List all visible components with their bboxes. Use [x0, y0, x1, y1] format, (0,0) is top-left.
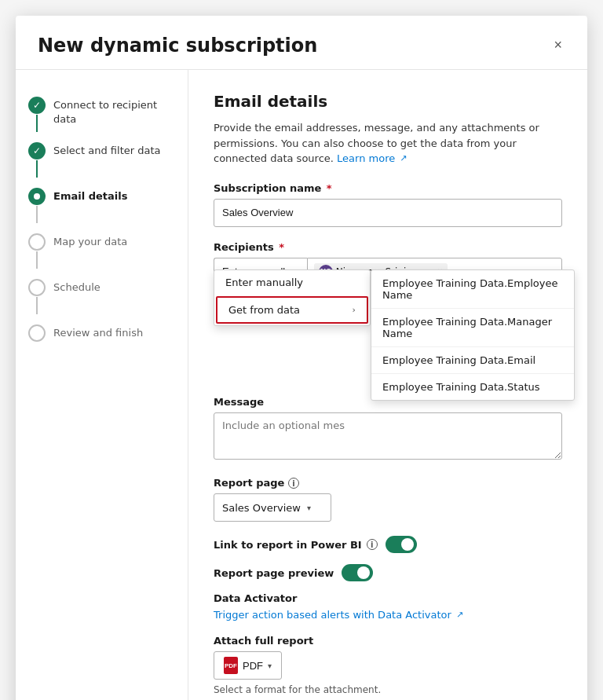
- message-textarea[interactable]: [214, 412, 562, 460]
- step-review: Review and finish: [28, 320, 175, 346]
- sub-item-email[interactable]: Employee Training Data.Email: [371, 347, 574, 374]
- data-activator-label: Data Activator: [214, 592, 562, 604]
- subscription-name-group: Subscription name *: [214, 182, 562, 227]
- link-to-report-row: Link to report in Power BI i: [214, 536, 562, 553]
- step-email-connector: [28, 188, 46, 224]
- step-select-label: Select and filter data: [53, 142, 160, 158]
- link-to-report-info-icon[interactable]: i: [367, 539, 378, 550]
- pdf-format-button[interactable]: PDF PDF ▾: [214, 651, 282, 680]
- step-connect-connector: ✓: [28, 97, 46, 133]
- step-review-connector: [28, 324, 46, 342]
- recipients-dropdown-menu: Enter manually Get from data ›: [214, 269, 371, 326]
- data-activator-link-text: Trigger action based alerts with Data Ac…: [214, 609, 451, 621]
- report-page-select[interactable]: Sales Overview ▾: [214, 493, 331, 522]
- step-schedule-line: [36, 297, 38, 314]
- subscription-name-label: Subscription name *: [214, 182, 562, 194]
- link-to-report-label-wrap: Link to report in Power BI i: [214, 539, 378, 551]
- step-connect-label: Connect to recipient data: [53, 97, 175, 126]
- pdf-chevron-icon: ▾: [268, 662, 272, 670]
- pdf-icon: PDF: [224, 657, 238, 674]
- recipients-sub-dropdown: Employee Training Data.Employee Name Emp…: [371, 269, 575, 401]
- learn-more-link[interactable]: Learn more ↗: [337, 152, 407, 164]
- attach-row: PDF PDF ▾: [214, 651, 562, 680]
- email-details-desc: Provide the email addresses, message, an…: [214, 120, 562, 167]
- step-map-connector: [28, 233, 46, 269]
- step-email-label: Email details: [53, 188, 127, 203]
- report-page-preview-label: Report page preview: [214, 567, 334, 579]
- modal-title: New dynamic subscription: [38, 35, 317, 57]
- data-activator-group: Data Activator Trigger action based aler…: [214, 592, 562, 621]
- link-to-report-label: Link to report in Power BI: [214, 539, 362, 551]
- step-connect: ✓ Connect to recipient data: [28, 92, 175, 137]
- sub-item-employee-name[interactable]: Employee Training Data.Employee Name: [371, 270, 574, 309]
- report-page-preview-label-wrap: Report page preview: [214, 567, 334, 579]
- step-connect-line: [36, 115, 38, 132]
- step-select-connector: ✓: [28, 142, 46, 178]
- step-review-label: Review and finish: [53, 324, 143, 340]
- dropdown-item-enter-manually[interactable]: Enter manually: [214, 270, 370, 295]
- step-select-circle: ✓: [28, 142, 46, 159]
- sidebar: ✓ Connect to recipient data ✓ Select and…: [16, 70, 188, 700]
- step-schedule: Schedule: [28, 274, 175, 320]
- step-connect-circle: ✓: [28, 97, 46, 114]
- step-select: ✓ Select and filter data: [28, 137, 175, 183]
- report-page-preview-toggle[interactable]: [342, 564, 373, 581]
- report-page-label: Report page i: [214, 477, 562, 489]
- external-link-icon: ↗: [400, 153, 407, 163]
- sub-item-manager-name[interactable]: Employee Training Data.Manager Name: [371, 309, 574, 347]
- step-map-circle: [28, 233, 46, 251]
- subscription-name-input[interactable]: [214, 199, 562, 227]
- sub-item-status[interactable]: Employee Training Data.Status: [371, 374, 574, 400]
- step-schedule-circle: [28, 279, 46, 296]
- required-star: *: [327, 182, 332, 194]
- step-email-dot: [34, 193, 40, 200]
- submenu-chevron-icon: ›: [353, 305, 356, 315]
- step-select-line: [36, 160, 38, 178]
- recipients-group: Recipients * Enter manually ▾ NS Nirupam…: [214, 241, 562, 286]
- step-email-circle: [28, 188, 46, 205]
- step-map: Map your data: [28, 229, 175, 274]
- step-review-circle: [28, 324, 46, 342]
- close-button[interactable]: ×: [550, 35, 565, 55]
- email-details-title: Email details: [214, 92, 562, 111]
- recipients-label: Recipients *: [214, 241, 562, 253]
- step-email: Email details: [28, 183, 175, 229]
- link-to-report-slider: [386, 536, 417, 553]
- step-map-line: [36, 251, 38, 269]
- step-schedule-connector: [28, 279, 46, 315]
- pdf-label: PDF: [243, 660, 263, 672]
- message-group: Message: [214, 396, 562, 463]
- main-content: Email details Provide the email addresse…: [188, 70, 587, 700]
- modal: New dynamic subscription × ✓ Connect to …: [16, 16, 587, 700]
- report-page-group: Report page i Sales Overview ▾: [214, 477, 562, 522]
- report-page-preview-slider: [342, 564, 373, 581]
- modal-body: ✓ Connect to recipient data ✓ Select and…: [16, 70, 587, 700]
- step-map-label: Map your data: [53, 233, 127, 249]
- report-page-preview-row: Report page preview: [214, 564, 562, 581]
- step-email-line: [36, 206, 38, 223]
- report-page-chevron-icon: ▾: [307, 504, 311, 512]
- attach-full-report-label: Attach full report: [214, 635, 562, 647]
- step-schedule-label: Schedule: [53, 279, 100, 295]
- report-page-info-icon[interactable]: i: [288, 478, 299, 489]
- step-connect-checkmark: ✓: [33, 100, 41, 111]
- attach-hint: Select a format for the attachment.: [214, 684, 562, 695]
- step-select-checkmark: ✓: [33, 145, 41, 156]
- learn-more-label: Learn more: [337, 152, 395, 164]
- dropdown-item-get-from-data[interactable]: Get from data ›: [216, 296, 368, 324]
- data-activator-external-icon: ↗: [456, 610, 463, 620]
- modal-header: New dynamic subscription ×: [16, 16, 587, 70]
- link-to-report-toggle[interactable]: [386, 536, 417, 553]
- attach-full-report-group: Attach full report PDF PDF ▾ Select a fo…: [214, 635, 562, 695]
- data-activator-link[interactable]: Trigger action based alerts with Data Ac…: [214, 609, 562, 621]
- recipients-required-star: *: [279, 241, 284, 253]
